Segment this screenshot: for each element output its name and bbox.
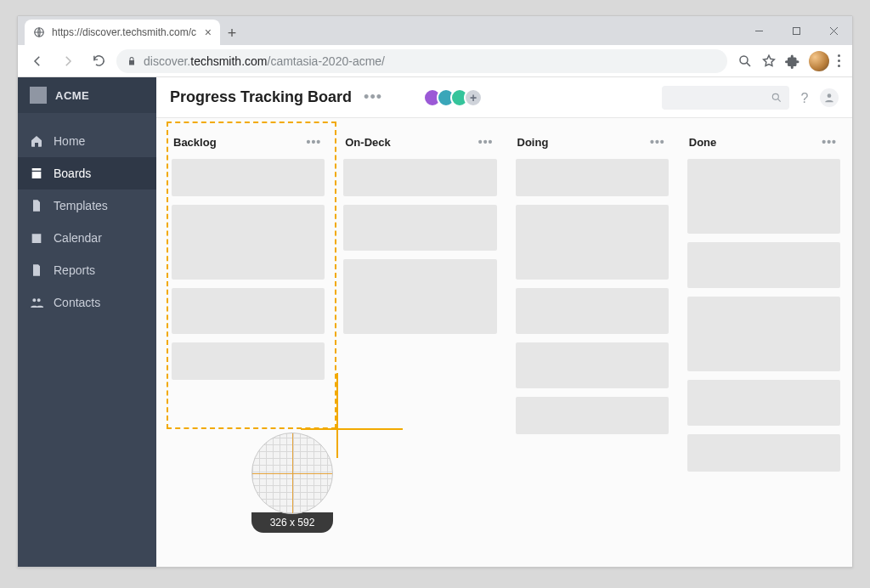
tab-close-icon[interactable]: × [205, 25, 212, 39]
column-header: Done••• [684, 130, 844, 154]
kanban-card[interactable] [343, 205, 496, 251]
brand-logo [30, 87, 47, 104]
kanban-card[interactable] [516, 397, 669, 434]
brand-name: ACME [55, 89, 89, 102]
close-window-button[interactable] [815, 16, 852, 45]
sidebar-item-calendar[interactable]: Calendar [18, 222, 156, 254]
kanban-card[interactable] [516, 205, 669, 280]
back-button[interactable] [25, 48, 50, 74]
templates-icon [30, 199, 43, 212]
window-controls [740, 16, 852, 45]
kanban-card[interactable] [172, 288, 325, 334]
user-icon [823, 92, 835, 104]
side-nav: HomeBoardsTemplatesCalendarReportsContac… [18, 113, 156, 319]
column-title: Backlog [173, 136, 217, 149]
kanban-card[interactable] [516, 342, 669, 388]
svg-line-6 [747, 62, 750, 65]
extensions-icon[interactable] [785, 54, 800, 69]
sidebar-item-label: Templates [54, 199, 108, 212]
boards-icon [30, 167, 43, 180]
brand[interactable]: ACME [18, 77, 156, 113]
reports-icon [30, 263, 43, 277]
svg-rect-2 [793, 27, 799, 34]
tab-strip: https://discover.techsmith.com/c × + [18, 16, 852, 45]
svg-point-7 [772, 93, 778, 99]
member-row: + [428, 88, 483, 107]
help-button[interactable]: ? [798, 91, 811, 105]
reload-button[interactable] [86, 48, 111, 74]
svg-point-9 [828, 93, 832, 98]
browser-menu-button[interactable] [838, 54, 840, 67]
search-icon [771, 92, 782, 104]
kanban-card[interactable] [516, 159, 669, 196]
bookmark-star-icon[interactable] [761, 54, 777, 69]
address-bar: discover.techsmith.com/camtasia-2020-acm… [18, 45, 852, 77]
board-title: Progress Tracking Board [170, 88, 352, 106]
lock-icon [127, 55, 137, 67]
sidebar-item-contacts[interactable]: Contacts [18, 286, 156, 319]
column-done: Done••• [684, 130, 844, 558]
kanban-card[interactable] [343, 259, 496, 334]
card-stack [340, 154, 500, 334]
sidebar-item-templates[interactable]: Templates [18, 189, 156, 222]
board-menu-button[interactable]: ••• [360, 88, 386, 106]
app-content: ACME HomeBoardsTemplatesCalendarReportsC… [18, 77, 852, 567]
board-area: Backlog•••On-Deck•••Doing•••Done••• 326 … [156, 118, 852, 567]
main: Progress Tracking Board ••• + ? Backlog•… [156, 77, 852, 567]
calendar-icon [30, 231, 43, 245]
sidebar-item-home[interactable]: Home [18, 125, 156, 157]
sidebar: ACME HomeBoardsTemplatesCalendarReportsC… [18, 77, 156, 567]
home-icon [30, 134, 43, 148]
column-header: Backlog••• [168, 130, 328, 154]
column-title: On-Deck [345, 136, 390, 149]
browser-tab[interactable]: https://discover.techsmith.com/c × [25, 20, 220, 45]
capture-guide-vertical [336, 373, 338, 458]
kanban-card[interactable] [687, 380, 840, 426]
kanban-card[interactable] [687, 242, 840, 288]
kanban-card[interactable] [687, 297, 840, 371]
column-menu-button[interactable]: ••• [650, 135, 665, 149]
topbar: Progress Tracking Board ••• + ? [156, 77, 852, 118]
sidebar-item-label: Reports [54, 263, 95, 277]
column-header: On-Deck••• [340, 130, 500, 154]
column-menu-button[interactable]: ••• [478, 135, 494, 149]
sidebar-item-reports[interactable]: Reports [18, 254, 156, 286]
column-title: Doing [517, 136, 549, 149]
sidebar-item-boards[interactable]: Boards [18, 157, 156, 189]
column-header: Doing••• [512, 130, 672, 154]
sidebar-item-label: Calendar [54, 231, 102, 245]
card-stack [684, 154, 844, 472]
column-title: Done [689, 136, 717, 149]
svg-line-8 [777, 99, 780, 101]
column-backlog: Backlog••• [168, 130, 328, 558]
svg-point-5 [740, 56, 748, 64]
kanban-card[interactable] [172, 342, 325, 380]
kanban-card[interactable] [687, 434, 840, 472]
card-stack [512, 154, 672, 434]
column-menu-button[interactable]: ••• [307, 135, 322, 149]
forward-button[interactable] [55, 48, 81, 74]
new-tab-button[interactable]: + [220, 21, 244, 45]
user-menu-button[interactable] [820, 88, 839, 107]
kanban-card[interactable] [343, 159, 496, 196]
profile-avatar[interactable] [809, 51, 829, 71]
column-doing: Doing••• [512, 130, 672, 558]
kanban-card[interactable] [687, 159, 840, 234]
zoom-icon[interactable] [737, 54, 753, 69]
column-menu-button[interactable]: ••• [822, 135, 837, 149]
kanban-card[interactable] [172, 159, 325, 196]
sidebar-item-label: Contacts [54, 296, 100, 309]
url-input[interactable]: discover.techsmith.com/camtasia-2020-acm… [116, 49, 727, 73]
maximize-button[interactable] [777, 16, 815, 45]
sidebar-item-label: Boards [54, 167, 91, 180]
kanban-card[interactable] [172, 205, 325, 280]
column-on-deck: On-Deck••• [340, 130, 500, 558]
browser-window: https://discover.techsmith.com/c × + dis… [17, 15, 853, 568]
globe-icon [33, 26, 45, 38]
kanban-card[interactable] [516, 288, 669, 334]
search-input[interactable] [662, 86, 789, 110]
minimize-button[interactable] [740, 16, 777, 45]
add-member-button[interactable]: + [464, 88, 483, 107]
card-stack [168, 154, 328, 380]
tab-title: https://discover.techsmith.com/c [52, 26, 198, 38]
